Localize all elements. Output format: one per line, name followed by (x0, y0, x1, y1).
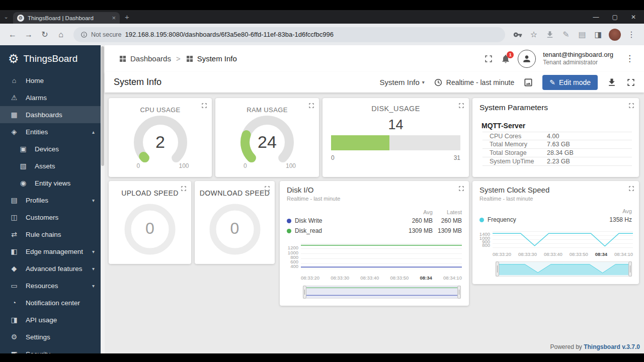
maximize-button[interactable]: ▢ (612, 14, 618, 21)
expand-widget-icon[interactable] (628, 185, 635, 192)
more-menu-icon[interactable]: ⋮ (622, 53, 637, 64)
minimize-button[interactable]: — (593, 14, 599, 21)
series-dot-icon (287, 229, 291, 233)
widget-subtitle: Realtime - last minute (479, 196, 549, 202)
edit-mode-button[interactable]: ✎Edit mode (542, 75, 598, 90)
download-dashboard-icon[interactable] (607, 77, 617, 87)
sidebar-item-resources[interactable]: ▭Resources▾ (0, 277, 101, 294)
sidebar-item-entity-views[interactable]: ◉Entity views (0, 174, 101, 192)
widget-title: UPLOAD SPEED (109, 189, 191, 197)
user-avatar[interactable] (518, 50, 536, 68)
expand-widget-icon[interactable] (264, 185, 271, 192)
state-selector[interactable]: System Info▾ (380, 78, 425, 86)
expand-widget-icon[interactable] (180, 185, 187, 192)
chart-legend: Avg Frequency1358 Hz (479, 207, 632, 225)
dashboard-toolbar: System Info System Info▾ Realtime - last… (105, 72, 644, 93)
chevron-down-icon: ▾ (422, 79, 425, 85)
new-tab-button[interactable]: + (125, 13, 129, 21)
reading-list-icon[interactable]: ▤ (575, 27, 590, 42)
scrollbar-thumb[interactable] (101, 46, 104, 166)
brush-handle-left[interactable] (303, 286, 306, 299)
expand-widget-icon[interactable] (628, 102, 635, 109)
back-icon[interactable]: ← (5, 27, 20, 42)
sidebar-item-customers[interactable]: ◫Customers (0, 209, 101, 226)
sidebar-item-settings[interactable]: ⚙Settings (0, 328, 101, 345)
sidebar-item-edge-management[interactable]: ◧Edge management▾ (0, 243, 101, 260)
breadcrumb-separator: > (176, 54, 181, 63)
api-usage-icon: ◨ (9, 316, 19, 324)
browser-home-icon[interactable]: ⌂ (53, 27, 68, 42)
legend-row-disk-read[interactable]: Disk_read1309 MB1309 MB (287, 226, 462, 236)
sidebar: ⚙ ThingsBoard ⌂Home ⚠Alarms ▦Dashboards … (0, 45, 101, 353)
image-background-icon[interactable] (523, 77, 533, 87)
chart-area: 1400 1000 900 800 (475, 231, 633, 249)
breadcrumb: Dashboards > System Info (119, 54, 237, 63)
notification-badge: 1 (507, 51, 514, 58)
sidebar-item-assets[interactable]: ▧Assets (0, 157, 101, 174)
disk-usage-bar-fill (331, 135, 389, 150)
time-window-button[interactable]: Realtime - last minute (434, 78, 514, 87)
expand-widget-icon[interactable] (201, 102, 208, 109)
sidebar-item-security[interactable]: ◩Security▾ (0, 345, 101, 353)
sidebar-item-alarms[interactable]: ⚠Alarms (0, 89, 101, 106)
brush-handle-right[interactable] (457, 286, 461, 299)
breadcrumb-dashboards[interactable]: Dashboards (119, 54, 171, 63)
pencil-icon: ✎ (549, 78, 555, 86)
user-email: tenant@thingsboard.org (543, 51, 613, 59)
donut-value: 0 (120, 219, 180, 238)
brush-handle-right[interactable] (628, 261, 632, 277)
fullscreen-icon[interactable] (484, 54, 494, 64)
breadcrumb-system-info[interactable]: System Info (186, 54, 237, 63)
chart-legend: AvgLatest Disk Write260 MB260 MB Disk_re… (287, 208, 462, 236)
sidebar-item-notification-center[interactable]: ◔Notification center (0, 294, 101, 311)
legend-row-frequency[interactable]: Frequency1358 Hz (479, 215, 632, 225)
widget-disk-io: Disk I/O Realtime - last minute AvgLates… (280, 181, 469, 306)
time-brush[interactable] (496, 261, 632, 277)
user-role: Tenant administrator (543, 59, 613, 66)
brush-handle-left[interactable] (496, 261, 499, 277)
browser-tab[interactable]: ⚙ ThingsBoard | Dashboard × (13, 12, 120, 24)
resources-icon: ▭ (9, 282, 19, 290)
legend-header: AvgLatest (287, 208, 462, 216)
logo-gear-icon: ⚙ (8, 52, 19, 66)
sidebar-item-rule-chains[interactable]: ⇄Rule chains (0, 226, 101, 243)
download-icon[interactable] (542, 27, 557, 42)
version-link[interactable]: Thingsboard v.3.7.0 (584, 343, 640, 350)
close-button[interactable]: ✕ (631, 14, 636, 21)
sidebar-item-entities[interactable]: ◈Entities▴ (0, 123, 101, 140)
app-header: Dashboards > System Info 1 (105, 45, 644, 72)
tab-search-chevron-icon[interactable]: ⌄ (0, 14, 12, 20)
reload-icon[interactable]: ↻ (37, 27, 52, 42)
dashboard-title: System Info (114, 77, 162, 87)
bookmark-star-icon[interactable]: ☆ (526, 27, 541, 42)
notification-icon: ◔ (9, 299, 19, 307)
notifications-bell-icon[interactable]: 1 (501, 54, 511, 64)
widget-title: System Parameters (479, 103, 548, 112)
expand-widget-icon[interactable] (308, 102, 315, 109)
sidebar-scrollbar[interactable] (101, 45, 105, 353)
widget-head: Disk I/O Realtime - last minute (287, 186, 340, 202)
main-area: Dashboards > System Info 1 (105, 45, 644, 353)
legend-row-disk-write[interactable]: Disk Write260 MB260 MB (287, 216, 462, 226)
sidebar-item-advanced-features[interactable]: ◆Advanced features▾ (0, 260, 101, 277)
key-icon[interactable] (510, 27, 525, 42)
expand-widget-icon[interactable] (458, 185, 465, 192)
browser-menu-icon[interactable]: ⋮ (624, 27, 639, 42)
sidebar-item-devices[interactable]: ▣Devices (0, 140, 101, 157)
fullscreen-dashboard-icon[interactable] (626, 77, 636, 87)
thingsboard-logo[interactable]: ⚙ ThingsBoard (0, 45, 101, 72)
omnibox[interactable]: Not secure 192.168.8.195:8080/dashboards… (73, 27, 505, 42)
side-panel-icon[interactable]: ◨ (591, 27, 606, 42)
expand-widget-icon[interactable] (458, 102, 465, 109)
forward-icon[interactable]: → (21, 27, 36, 42)
parameters-table: CPU Cores4.00 Total Memory7.63 GB Total … (482, 132, 632, 166)
sidebar-item-home[interactable]: ⌂Home (0, 72, 101, 89)
sidebar-item-dashboards[interactable]: ▦Dashboards (0, 106, 101, 123)
time-brush[interactable] (303, 286, 461, 299)
sidebar-item-api-usage[interactable]: ◨API usage (0, 311, 101, 328)
edit-pencil-icon[interactable]: ✎ (558, 27, 574, 42)
sidebar-item-profiles[interactable]: ▤Profiles▾ (0, 192, 101, 209)
browser-profile-avatar[interactable] (609, 29, 621, 41)
tab-close-icon[interactable]: × (112, 14, 116, 22)
rule-chains-icon: ⇄ (9, 230, 19, 238)
